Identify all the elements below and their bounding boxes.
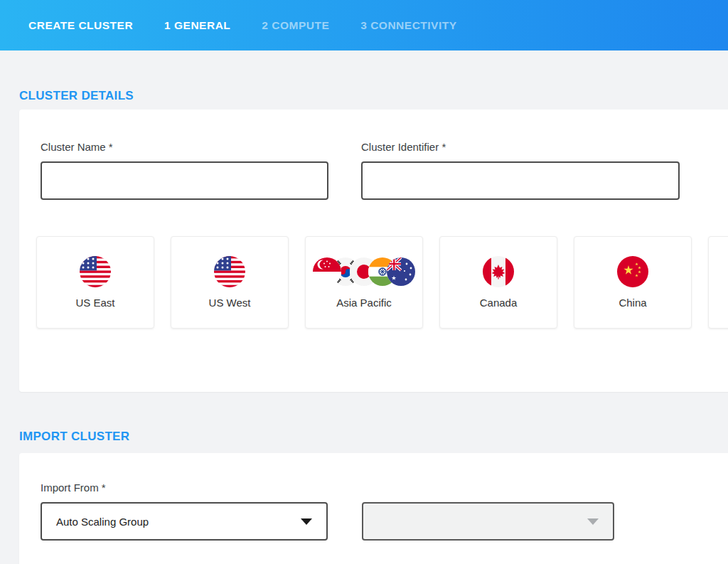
canada-flag-icon xyxy=(483,256,514,287)
region-label: Canada xyxy=(480,297,518,309)
import-from-label: Import From * xyxy=(41,481,728,494)
region-card-asia-pacific[interactable]: Asia Pacific xyxy=(305,236,423,329)
region-card-partial[interactable] xyxy=(708,236,728,329)
cluster-name-input[interactable] xyxy=(41,161,328,200)
region-label: China xyxy=(619,297,646,309)
import-cluster-panel: Import From * Auto Scaling Group xyxy=(19,453,728,564)
cluster-identifier-field-group: Cluster Identifier * xyxy=(361,141,680,200)
asia-pacific-flag-stack-icon xyxy=(313,256,415,287)
region-label: US West xyxy=(209,297,251,309)
import-selects-row: Auto Scaling Group xyxy=(41,502,728,541)
region-card-us-west[interactable]: US West xyxy=(171,236,289,329)
region-cards-row: US East xyxy=(36,236,728,329)
australia-flag-icon xyxy=(387,257,415,286)
step-tab-connectivity[interactable]: 3 CONNECTIVITY xyxy=(360,19,456,32)
step-tab-general[interactable]: 1 GENERAL xyxy=(164,19,230,32)
import-cluster-heading: IMPORT CLUSTER xyxy=(19,430,728,444)
cluster-details-panel: Cluster Name * Cluster Identifier * xyxy=(19,110,728,392)
singapore-flag-icon xyxy=(313,257,341,286)
region-card-china[interactable]: China xyxy=(574,236,692,329)
china-flag-icon xyxy=(617,256,648,287)
chevron-down-icon xyxy=(301,518,312,525)
chevron-down-icon xyxy=(587,518,599,525)
wizard-header: CREATE CLUSTER 1 GENERAL 2 COMPUTE 3 CON… xyxy=(0,0,728,50)
import-from-selected-value: Auto Scaling Group xyxy=(56,516,149,528)
cluster-fields-row: Cluster Name * Cluster Identifier * xyxy=(41,141,728,200)
cluster-details-heading: CLUSTER DETAILS xyxy=(19,89,728,103)
cluster-identifier-label: Cluster Identifier * xyxy=(361,141,680,153)
region-label: US East xyxy=(75,297,114,309)
step-tab-compute[interactable]: 2 COMPUTE xyxy=(262,19,329,32)
cluster-name-label: Cluster Name * xyxy=(41,141,328,153)
wizard-title: CREATE CLUSTER xyxy=(28,19,133,32)
import-from-select[interactable]: Auto Scaling Group xyxy=(41,502,328,541)
us-flag-icon xyxy=(80,256,111,287)
region-card-us-east[interactable]: US East xyxy=(36,236,154,329)
cluster-name-field-group: Cluster Name * xyxy=(41,141,328,200)
region-card-canada[interactable]: Canada xyxy=(439,236,557,329)
us-flag-icon xyxy=(214,256,245,287)
import-source-select[interactable] xyxy=(362,502,614,541)
region-label: Asia Pacific xyxy=(336,297,392,309)
cluster-identifier-input[interactable] xyxy=(361,161,680,200)
wizard-body: CLUSTER DETAILS Cluster Name * Cluster I… xyxy=(0,89,728,564)
